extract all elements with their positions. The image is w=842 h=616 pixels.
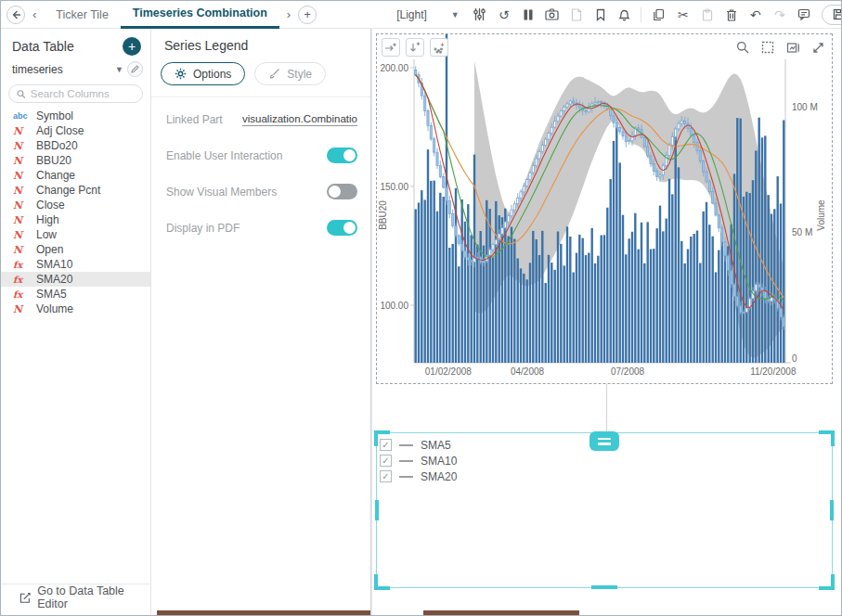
- toggle-list: Enable User InteractionShow Visual Membe…: [151, 131, 370, 239]
- insert-column-right-button[interactable]: [382, 38, 400, 57]
- search-columns-box[interactable]: [8, 84, 143, 103]
- numeric-column-type-icon: N: [13, 125, 30, 137]
- series-legend-part[interactable]: ✓SMA5✓SMA10✓SMA20: [376, 432, 833, 588]
- tab-options[interactable]: Options: [161, 62, 245, 85]
- export-image-icon[interactable]: [785, 40, 800, 55]
- save-button[interactable]: Save: [822, 5, 842, 25]
- column-item-symbol[interactable]: abcSymbol: [1, 109, 150, 123]
- part-insert-buttons: [382, 38, 448, 57]
- footer-link-label: Go to Data Table Editor: [37, 584, 150, 610]
- rubber-band-select-icon[interactable]: [760, 40, 775, 55]
- numeric-column-type-icon: N: [13, 140, 30, 152]
- edit-square-icon: [19, 592, 31, 604]
- bookmark-button[interactable]: [589, 5, 612, 25]
- svg-text:BBU20: BBU20: [378, 200, 388, 230]
- next-tab-button[interactable]: ›: [283, 7, 294, 21]
- column-name: High: [36, 213, 59, 226]
- selection-handle-top-left[interactable]: [374, 430, 390, 446]
- part-drag-handle[interactable]: [589, 431, 619, 451]
- column-item-change[interactable]: NChange: [1, 168, 150, 183]
- back-arrow-icon: [10, 9, 21, 20]
- calculated-column-type-icon: fx: [13, 260, 30, 270]
- redo-button[interactable]: ↷: [769, 5, 791, 25]
- legend-line-sample: [399, 460, 413, 462]
- copy-button[interactable]: [648, 5, 670, 25]
- column-name: SMA20: [36, 273, 72, 286]
- dots-cluster-plus-icon: [433, 42, 446, 54]
- column-item-bbdo20[interactable]: NBBDo20: [1, 138, 150, 153]
- column-item-sma20[interactable]: fxSMA20: [1, 272, 150, 287]
- snapshot-button[interactable]: [541, 5, 563, 25]
- selection-handle-bottom[interactable]: [591, 585, 617, 589]
- column-item-low[interactable]: NLow: [1, 227, 150, 242]
- dashboard-tab-ticker-tile[interactable]: Ticker Tile: [44, 1, 121, 29]
- column-item-close[interactable]: NClose: [1, 198, 150, 212]
- column-item-open[interactable]: NOpen: [1, 242, 150, 257]
- legend-checkbox-sma20[interactable]: ✓: [380, 470, 392, 482]
- edit-table-button[interactable]: [127, 61, 143, 77]
- add-part-button[interactable]: [430, 38, 448, 57]
- top-toolbar: ‹ Ticker TileTimeseries Combination › + …: [1, 1, 841, 29]
- toggle-display-in-pdf[interactable]: [327, 220, 357, 236]
- legend-item-label: SMA5: [421, 439, 451, 452]
- legend-item-label: SMA20: [421, 470, 457, 483]
- linked-part-input[interactable]: [242, 113, 357, 126]
- paste-button[interactable]: [696, 5, 719, 25]
- column-item-high[interactable]: NHigh: [1, 212, 150, 227]
- selection-handle-left[interactable]: [375, 500, 379, 520]
- toggle-label: Enable User Interaction: [166, 148, 282, 163]
- zoom-tool-icon[interactable]: [735, 40, 750, 55]
- toggle-enable-user-interaction[interactable]: [327, 148, 357, 163]
- dashboard-tab-timeseries-combination[interactable]: Timeseries Combination: [121, 1, 279, 29]
- toggle-show-visual-members[interactable]: [327, 184, 357, 199]
- undo-button[interactable]: ↶: [745, 5, 767, 25]
- prev-tab-button[interactable]: ‹: [29, 7, 40, 21]
- bell-icon: [618, 8, 630, 21]
- data-table-name[interactable]: timeseries: [12, 63, 111, 76]
- theme-label: [Light]: [396, 8, 427, 21]
- column-item-volume[interactable]: NVolume: [1, 302, 150, 316]
- theme-selector[interactable]: [Light] ▼: [396, 8, 460, 21]
- legend-checkbox-sma10[interactable]: ✓: [380, 455, 392, 467]
- numeric-column-type-icon: N: [13, 185, 30, 197]
- go-to-data-table-editor-link[interactable]: Go to Data Table Editor: [1, 584, 150, 610]
- column-item-sma5[interactable]: fxSMA5: [1, 287, 150, 302]
- selection-handle-bottom-right[interactable]: [819, 574, 835, 590]
- add-dashboard-button[interactable]: +: [298, 6, 317, 24]
- svg-text:100 M: 100 M: [792, 102, 818, 112]
- selection-handle-bottom-left[interactable]: [374, 574, 390, 590]
- delete-button[interactable]: [720, 5, 743, 25]
- numeric-column-type-icon: N: [13, 214, 30, 226]
- numeric-column-type-icon: N: [13, 244, 30, 256]
- search-icon: [17, 89, 26, 99]
- insert-row-below-button[interactable]: [406, 38, 424, 57]
- combination-chart[interactable]: 200.00150.00100.00100 M50 M001/02/200804…: [377, 34, 832, 383]
- column-item-sma10[interactable]: fxSMA10: [1, 257, 150, 272]
- cut-button[interactable]: ✂: [672, 5, 694, 25]
- comment-button[interactable]: [793, 5, 815, 25]
- table-dropdown-caret-icon[interactable]: ▼: [115, 65, 123, 74]
- back-button[interactable]: [6, 6, 25, 24]
- tab-style[interactable]: Style: [254, 62, 326, 85]
- numeric-column-type-icon: N: [13, 155, 30, 167]
- column-item-change-pcnt[interactable]: NChange Pcnt: [1, 183, 150, 198]
- tab-options-label: Options: [193, 68, 231, 81]
- column-item-adj-close[interactable]: NAdj Close: [1, 123, 150, 138]
- search-columns-input[interactable]: [31, 88, 135, 99]
- pause-button[interactable]: [517, 5, 539, 25]
- refresh-button[interactable]: ↺: [493, 5, 515, 25]
- add-data-table-button[interactable]: +: [123, 37, 141, 56]
- selection-handle-top-right[interactable]: [819, 430, 835, 446]
- pdf-file-icon: [571, 8, 582, 21]
- notifications-button[interactable]: [614, 5, 636, 25]
- legend-item-sma20: ✓SMA20: [380, 468, 832, 484]
- column-item-bbu20[interactable]: NBBU20: [1, 153, 150, 168]
- selection-handle-right[interactable]: [830, 500, 834, 520]
- maximize-icon[interactable]: [810, 40, 825, 55]
- combination-chart-part[interactable]: 200.00150.00100.00100 M50 M001/02/200804…: [376, 33, 833, 384]
- export-pdf-button[interactable]: [565, 5, 588, 25]
- toggle-label: Show Visual Members: [166, 185, 277, 199]
- parameters-button[interactable]: [469, 5, 491, 25]
- copy-icon: [653, 8, 665, 21]
- chevron-down-icon: ▼: [451, 10, 460, 19]
